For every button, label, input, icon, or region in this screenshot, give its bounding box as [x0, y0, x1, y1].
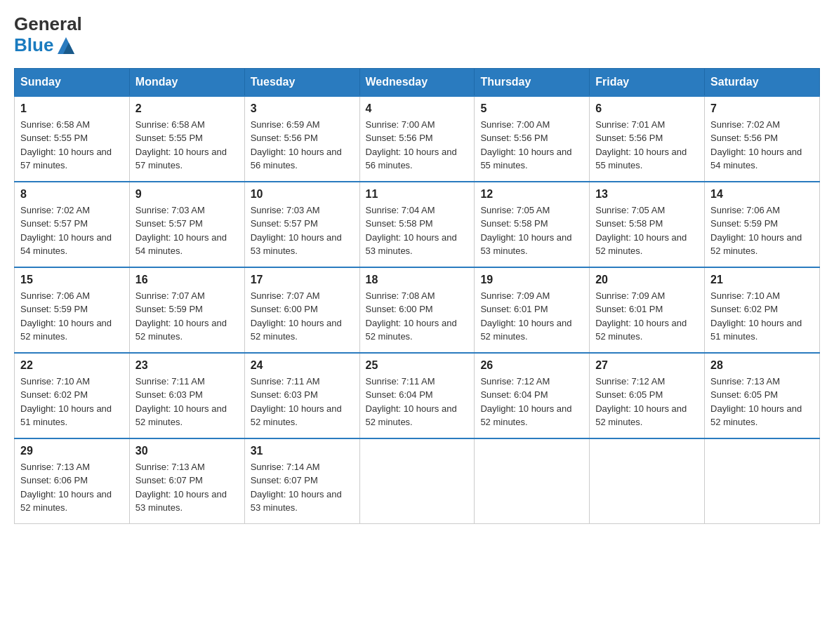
day-number: 7	[710, 102, 814, 115]
day-info: Sunrise: 7:06 AM Sunset: 5:59 PM Dayligh…	[710, 203, 814, 258]
day-info: Sunrise: 7:09 AM Sunset: 6:01 PM Dayligh…	[480, 289, 583, 344]
header-sunday: Sunday	[15, 68, 130, 96]
calendar-cell: 5 Sunrise: 7:00 AM Sunset: 5:56 PM Dayli…	[475, 96, 590, 182]
calendar-cell	[705, 438, 820, 524]
day-number: 8	[20, 188, 124, 201]
calendar-cell: 2 Sunrise: 6:58 AM Sunset: 5:55 PM Dayli…	[129, 96, 244, 182]
calendar-cell: 26 Sunrise: 7:12 AM Sunset: 6:04 PM Dayl…	[475, 353, 590, 438]
day-number: 1	[20, 102, 124, 115]
day-info: Sunrise: 7:03 AM Sunset: 5:57 PM Dayligh…	[135, 203, 239, 258]
day-number: 19	[480, 274, 583, 286]
day-info: Sunrise: 6:58 AM Sunset: 5:55 PM Dayligh…	[135, 118, 239, 173]
logo-icon	[55, 34, 77, 57]
calendar-cell: 10 Sunrise: 7:03 AM Sunset: 5:57 PM Dayl…	[244, 182, 359, 267]
day-info: Sunrise: 7:02 AM Sunset: 5:56 PM Dayligh…	[710, 118, 814, 173]
day-info: Sunrise: 7:11 AM Sunset: 6:04 PM Dayligh…	[366, 375, 469, 429]
day-number: 9	[135, 188, 239, 201]
calendar-cell: 16 Sunrise: 7:07 AM Sunset: 5:59 PM Dayl…	[129, 267, 244, 353]
day-info: Sunrise: 7:13 AM Sunset: 6:05 PM Dayligh…	[710, 375, 814, 429]
calendar-cell: 30 Sunrise: 7:13 AM Sunset: 6:07 PM Dayl…	[129, 438, 244, 524]
calendar-cell: 18 Sunrise: 7:08 AM Sunset: 6:00 PM Dayl…	[359, 267, 475, 353]
header-tuesday: Tuesday	[244, 68, 359, 96]
header-friday: Friday	[590, 68, 705, 96]
day-number: 20	[595, 274, 699, 286]
day-info: Sunrise: 7:00 AM Sunset: 5:56 PM Dayligh…	[366, 118, 469, 173]
calendar-week-row: 1 Sunrise: 6:58 AM Sunset: 5:55 PM Dayli…	[15, 96, 820, 182]
day-info: Sunrise: 7:04 AM Sunset: 5:58 PM Dayligh…	[366, 203, 469, 258]
day-info: Sunrise: 6:58 AM Sunset: 5:55 PM Dayligh…	[20, 118, 124, 173]
header-wednesday: Wednesday	[359, 68, 475, 96]
day-info: Sunrise: 7:03 AM Sunset: 5:57 PM Dayligh…	[251, 203, 354, 258]
calendar-cell: 23 Sunrise: 7:11 AM Sunset: 6:03 PM Dayl…	[129, 353, 244, 438]
header-thursday: Thursday	[475, 68, 590, 96]
day-number: 11	[366, 188, 469, 201]
logo: General Blue	[14, 14, 82, 57]
day-number: 17	[251, 274, 354, 286]
calendar-week-row: 29 Sunrise: 7:13 AM Sunset: 6:06 PM Dayl…	[15, 438, 820, 524]
day-number: 6	[595, 102, 699, 115]
day-info: Sunrise: 7:08 AM Sunset: 6:00 PM Dayligh…	[366, 289, 469, 344]
day-info: Sunrise: 7:00 AM Sunset: 5:56 PM Dayligh…	[480, 118, 583, 173]
day-info: Sunrise: 7:05 AM Sunset: 5:58 PM Dayligh…	[480, 203, 583, 258]
day-number: 28	[710, 359, 814, 372]
logo-general: General	[14, 14, 82, 34]
day-info: Sunrise: 7:09 AM Sunset: 6:01 PM Dayligh…	[595, 289, 699, 344]
calendar-cell: 13 Sunrise: 7:05 AM Sunset: 5:58 PM Dayl…	[590, 182, 705, 267]
header-monday: Monday	[129, 68, 244, 96]
calendar-cell: 15 Sunrise: 7:06 AM Sunset: 5:59 PM Dayl…	[15, 267, 130, 353]
calendar-week-row: 22 Sunrise: 7:10 AM Sunset: 6:02 PM Dayl…	[15, 353, 820, 438]
day-number: 25	[366, 359, 469, 372]
day-info: Sunrise: 6:59 AM Sunset: 5:56 PM Dayligh…	[251, 118, 354, 173]
day-number: 15	[20, 274, 124, 286]
calendar-cell: 20 Sunrise: 7:09 AM Sunset: 6:01 PM Dayl…	[590, 267, 705, 353]
day-info: Sunrise: 7:06 AM Sunset: 5:59 PM Dayligh…	[20, 289, 124, 344]
page-header: General Blue	[14, 14, 820, 57]
calendar-table: SundayMondayTuesdayWednesdayThursdayFrid…	[14, 68, 820, 524]
day-number: 13	[595, 188, 699, 201]
calendar-cell: 24 Sunrise: 7:11 AM Sunset: 6:03 PM Dayl…	[244, 353, 359, 438]
day-info: Sunrise: 7:13 AM Sunset: 6:06 PM Dayligh…	[20, 460, 124, 515]
day-number: 24	[251, 359, 354, 372]
day-info: Sunrise: 7:10 AM Sunset: 6:02 PM Dayligh…	[710, 289, 814, 344]
logo-blue: Blue	[14, 34, 82, 57]
calendar-cell: 22 Sunrise: 7:10 AM Sunset: 6:02 PM Dayl…	[15, 353, 130, 438]
header-saturday: Saturday	[705, 68, 820, 96]
day-number: 29	[20, 445, 124, 457]
day-number: 27	[595, 359, 699, 372]
calendar-cell: 28 Sunrise: 7:13 AM Sunset: 6:05 PM Dayl…	[705, 353, 820, 438]
day-info: Sunrise: 7:12 AM Sunset: 6:04 PM Dayligh…	[480, 375, 583, 429]
day-info: Sunrise: 7:02 AM Sunset: 5:57 PM Dayligh…	[20, 203, 124, 258]
day-info: Sunrise: 7:12 AM Sunset: 6:05 PM Dayligh…	[595, 375, 699, 429]
calendar-cell	[359, 438, 475, 524]
day-info: Sunrise: 7:01 AM Sunset: 5:56 PM Dayligh…	[595, 118, 699, 173]
day-number: 16	[135, 274, 239, 286]
day-info: Sunrise: 7:14 AM Sunset: 6:07 PM Dayligh…	[251, 460, 354, 515]
calendar-week-row: 15 Sunrise: 7:06 AM Sunset: 5:59 PM Dayl…	[15, 267, 820, 353]
calendar-cell: 4 Sunrise: 7:00 AM Sunset: 5:56 PM Dayli…	[359, 96, 475, 182]
day-info: Sunrise: 7:13 AM Sunset: 6:07 PM Dayligh…	[135, 460, 239, 515]
day-info: Sunrise: 7:05 AM Sunset: 5:58 PM Dayligh…	[595, 203, 699, 258]
calendar-cell: 9 Sunrise: 7:03 AM Sunset: 5:57 PM Dayli…	[129, 182, 244, 267]
calendar-header-row: SundayMondayTuesdayWednesdayThursdayFrid…	[15, 68, 820, 96]
day-number: 4	[366, 102, 469, 115]
calendar-cell: 3 Sunrise: 6:59 AM Sunset: 5:56 PM Dayli…	[244, 96, 359, 182]
day-info: Sunrise: 7:11 AM Sunset: 6:03 PM Dayligh…	[135, 375, 239, 429]
calendar-cell: 1 Sunrise: 6:58 AM Sunset: 5:55 PM Dayli…	[15, 96, 130, 182]
day-number: 10	[251, 188, 354, 201]
day-info: Sunrise: 7:10 AM Sunset: 6:02 PM Dayligh…	[20, 375, 124, 429]
day-number: 30	[135, 445, 239, 457]
day-number: 14	[710, 188, 814, 201]
day-number: 22	[20, 359, 124, 372]
calendar-cell: 6 Sunrise: 7:01 AM Sunset: 5:56 PM Dayli…	[590, 96, 705, 182]
calendar-cell: 27 Sunrise: 7:12 AM Sunset: 6:05 PM Dayl…	[590, 353, 705, 438]
calendar-cell: 12 Sunrise: 7:05 AM Sunset: 5:58 PM Dayl…	[475, 182, 590, 267]
day-number: 18	[366, 274, 469, 286]
day-info: Sunrise: 7:07 AM Sunset: 5:59 PM Dayligh…	[135, 289, 239, 344]
day-number: 23	[135, 359, 239, 372]
calendar-cell: 29 Sunrise: 7:13 AM Sunset: 6:06 PM Dayl…	[15, 438, 130, 524]
day-number: 31	[251, 445, 354, 457]
calendar-cell	[590, 438, 705, 524]
calendar-cell: 21 Sunrise: 7:10 AM Sunset: 6:02 PM Dayl…	[705, 267, 820, 353]
day-info: Sunrise: 7:11 AM Sunset: 6:03 PM Dayligh…	[251, 375, 354, 429]
calendar-week-row: 8 Sunrise: 7:02 AM Sunset: 5:57 PM Dayli…	[15, 182, 820, 267]
